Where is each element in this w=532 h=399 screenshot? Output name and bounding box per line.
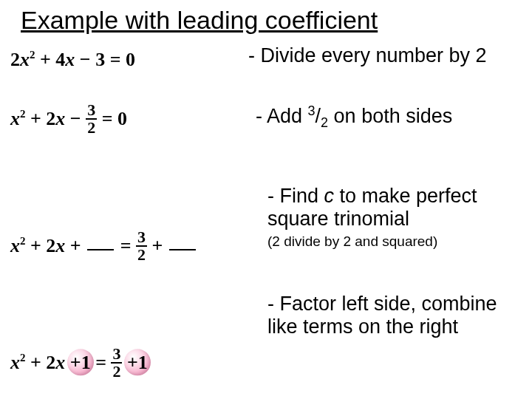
step-4-text: - Factor left side, combine like terms o… xyxy=(267,293,519,338)
equation-4: x2 + 2x +1 = 32 +1 xyxy=(10,347,148,381)
blank-right xyxy=(169,249,196,250)
step-3-text: - Find c to make perfect square trinomia… xyxy=(267,185,504,250)
step-1-text: - Divide every number by 2 xyxy=(248,44,487,67)
page-title: Example with leading coefficient xyxy=(21,6,378,35)
step-2-text: - Add 3/2 on both sides xyxy=(256,103,452,131)
equation-2: x2 + 2x − 32 = 0 xyxy=(10,103,127,137)
equation-3: x2 + 2x + = 32 + xyxy=(10,231,197,265)
blank-left xyxy=(87,249,114,250)
highlight-plus-left: +1 xyxy=(70,352,91,374)
equation-1: 2x2 + 4x − 3 = 0 xyxy=(10,49,135,71)
highlight-plus-right: +1 xyxy=(127,352,148,374)
step-3-note: (2 divide by 2 and squared) xyxy=(267,233,504,250)
